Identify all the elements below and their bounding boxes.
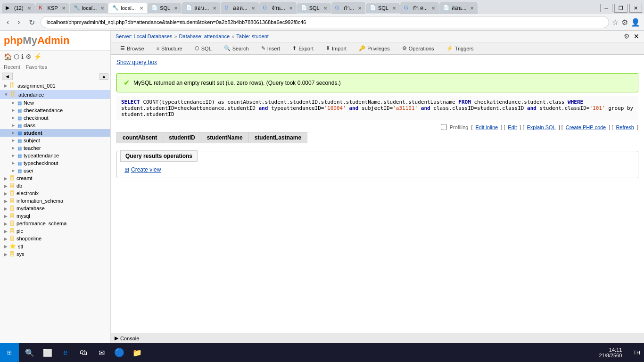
recent-link[interactable]: Recent	[4, 64, 20, 70]
sql-text-1: COUNT(typeattendanceID) as countAbsent,s…	[143, 99, 458, 105]
tab-sql[interactable]: ⬡ SQL	[189, 42, 217, 55]
db-item-electronix[interactable]: ▶ 🗄 electronix	[0, 189, 110, 197]
query-results-ops-box: Query results operations ⊞ Create view	[116, 151, 638, 178]
page-settings-icon[interactable]: ⚙	[624, 33, 630, 40]
breadcrumb-server[interactable]: Server: Local Databases	[116, 33, 172, 39]
profiling-checkbox[interactable]	[441, 124, 447, 130]
table-item-checkinout[interactable]: ► ▦ checkinout	[0, 114, 110, 122]
db-item-sys[interactable]: ▶ 🗄 sys	[0, 250, 110, 258]
browser-tab-sql2[interactable]: 📄 SQL ✕	[297, 3, 331, 13]
db-item-pic[interactable]: ▶ 🗄 pic	[0, 227, 110, 235]
minimize-btn[interactable]: ─	[600, 4, 612, 12]
db-label-mydatabase: mydatabase	[17, 206, 45, 211]
browser-tab-youtube[interactable]: ▶ (12) ✕	[2, 3, 35, 13]
col-header-countabsent[interactable]: countAbsent	[117, 132, 163, 143]
tab-search[interactable]: 🔍 Search	[218, 42, 255, 55]
sidebar-scroll-up[interactable]: ▲	[99, 73, 108, 80]
reload-button[interactable]: ↻	[26, 17, 38, 28]
console-bar[interactable]: ▶ Console	[111, 333, 644, 343]
tab-export[interactable]: ⬆ Export	[287, 42, 319, 55]
col-header-studentid[interactable]: studentID	[163, 132, 201, 143]
table-label-typecheckinout: typecheckinout	[24, 160, 58, 166]
sidebar-collapse-btn[interactable]: ◄	[2, 73, 13, 80]
db-item-information-schema[interactable]: ▶ 🗄 information_schema	[0, 197, 110, 205]
db-item-attendance[interactable]: ▼ 🗄 attendance	[0, 90, 110, 99]
table-item-student[interactable]: ► ▦ student	[0, 129, 110, 137]
sql-icon[interactable]: ⬡	[14, 53, 19, 60]
expand-assignment-icon: ▶	[4, 83, 8, 88]
favorites-link[interactable]: Favorites	[26, 64, 47, 70]
browser-tab-local1[interactable]: 🔧 local... ✕	[70, 3, 108, 13]
extensions-btn[interactable]: ⚙	[621, 18, 628, 27]
content-inner: Server: Local Databases » Database: atte…	[111, 31, 644, 333]
tab-import[interactable]: ⬇ Import	[320, 42, 352, 55]
browser-tab-google1[interactable]: G ออต... ✕	[221, 2, 258, 14]
address-bar[interactable]: localhost/phpmyadmin/tbl_sql.php?db=atte…	[41, 16, 609, 28]
table-item-new[interactable]: ► ▦ New	[0, 99, 110, 107]
db-item-creamt[interactable]: ▶ 🗄 creamt	[0, 174, 110, 182]
status-icon[interactable]: ℹ	[21, 53, 24, 60]
table-item-user[interactable]: ► ▦ user	[0, 167, 110, 174]
breadcrumb-database[interactable]: Database: attendance	[179, 33, 230, 39]
create-view-link[interactable]: ⊞ Create view	[124, 166, 630, 173]
show-query-box-btn[interactable]: Show query box	[111, 55, 644, 69]
breadcrumb-table[interactable]: Table: student	[236, 33, 269, 39]
home-icon[interactable]: 🏠	[4, 53, 12, 60]
db-item-stl[interactable]: ▶ ⭐ stl	[0, 242, 110, 250]
create-php-link[interactable]: Create PHP code	[566, 124, 606, 130]
browser-tab-son2[interactable]: 📄 สอน... ✕	[439, 2, 478, 14]
query-options-bar: Profiling [ Edit inline ] [ Edit ] [ Exp…	[111, 122, 644, 132]
profile-btn[interactable]: 👤	[631, 18, 640, 27]
table-item-checkattendance[interactable]: ► ▦ checkattendance	[0, 107, 110, 114]
close-btn[interactable]: ✕	[629, 4, 642, 13]
browser-tab-son[interactable]: 📄 สอน... ✕	[182, 2, 220, 14]
son2-favicon: 📄	[443, 5, 450, 11]
db-label-performance-schema: performance_schema	[17, 221, 66, 226]
table-expand-icon6: ►	[11, 138, 16, 143]
forward-button[interactable]: ›	[15, 17, 23, 27]
db-item-db[interactable]: ▶ 🗄 db	[0, 182, 110, 189]
browser-tab-google4[interactable]: G กำ ค... ✕	[400, 2, 439, 14]
tab-insert[interactable]: ✎ Insert	[256, 42, 286, 55]
col-header-studentlastname[interactable]: studentLastname	[248, 132, 307, 143]
tab-triggers[interactable]: ⚡ Triggers	[441, 42, 479, 55]
browser-tab-sql1[interactable]: 📄 SQL ✕	[148, 3, 182, 13]
db-label-creamt: creamt	[17, 175, 33, 181]
explain-sql-link[interactable]: Explain SQL	[527, 124, 556, 130]
db-item-assignment[interactable]: ▶ 🗄 assignment_001	[0, 81, 110, 90]
edit-link[interactable]: Edit	[508, 124, 517, 130]
db-item-mydatabase[interactable]: ▶ 🗄 mydatabase	[0, 205, 110, 212]
db-item-shoponline[interactable]: ▶ 🗄 shoponline	[0, 235, 110, 242]
table-item-class[interactable]: ► ▦ class	[0, 122, 110, 129]
table-item-typecheckinout[interactable]: ► ▦ typecheckinout	[0, 159, 110, 167]
tab-operations[interactable]: ⚙ Operations	[396, 42, 440, 55]
sql-value-1: '10004'	[324, 105, 346, 111]
browser-tab-sql3[interactable]: 📄 SQL ✕	[366, 3, 400, 13]
bookmark-btn[interactable]: ☆	[612, 18, 619, 27]
db-item-mysql[interactable]: ▶ 🗄 mysql	[0, 212, 110, 220]
maximize-btn[interactable]: ❐	[614, 4, 627, 13]
table-item-typeattendance[interactable]: ► ▦ typeattendance	[0, 152, 110, 159]
browser-tab-local2[interactable]: 🔧 local... ✕	[108, 3, 147, 13]
browser-tab-ksp[interactable]: K KSP ✕	[35, 3, 69, 13]
browser-tab-google3[interactable]: G กำ... ✕	[331, 2, 365, 14]
sql-text-3: student.studentID=checkattendance.studen…	[121, 105, 258, 111]
col-header-studentname[interactable]: studentName	[201, 132, 248, 143]
search-tab-icon: 🔍	[224, 45, 231, 51]
tab-sql-label: SQL	[201, 46, 212, 51]
tab-browse[interactable]: ☰ Browse	[115, 42, 150, 55]
sql-tab-icon: ⬡	[195, 45, 199, 51]
close-content-icon[interactable]: ✕	[634, 33, 639, 40]
browser-tab-google2[interactable]: G จำน... ✕	[259, 2, 297, 14]
refresh-link[interactable]: Refresh	[616, 124, 634, 130]
plugin-icon[interactable]: ⚡	[33, 53, 41, 60]
settings-icon-sidebar[interactable]: ⚙	[25, 53, 32, 60]
db-item-performance-schema[interactable]: ▶ 🗄 performance_schema	[0, 220, 110, 227]
table-expand-icon8: ►	[11, 153, 16, 158]
edit-inline-link[interactable]: Edit inline	[475, 124, 498, 130]
table-item-subject[interactable]: ► ▦ subject	[0, 137, 110, 144]
back-button[interactable]: ‹	[4, 17, 12, 27]
tab-structure[interactable]: ≡ Structure	[151, 42, 188, 55]
tab-privileges[interactable]: 🔑 Privileges	[353, 42, 396, 55]
table-item-teacher[interactable]: ► ▦ teacher	[0, 144, 110, 152]
